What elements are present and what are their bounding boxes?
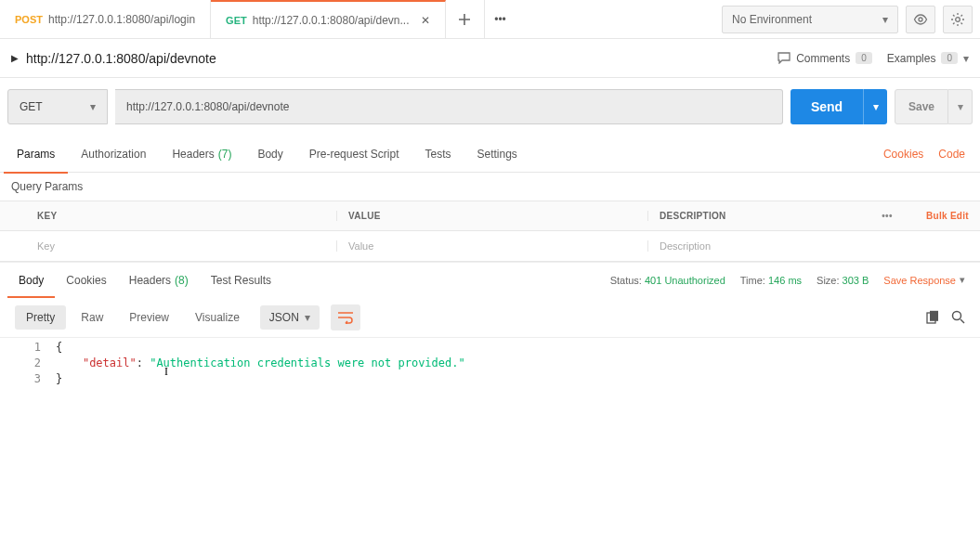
more-columns-button[interactable]: •••: [869, 211, 906, 221]
view-visualize[interactable]: Visualize: [184, 305, 251, 330]
code-link[interactable]: Code: [938, 148, 965, 161]
table-header: KEY VALUE DESCRIPTION ••• Bulk Edit: [0, 201, 980, 231]
request-bar: GET ▾ http://127.0.0.1:8080/api/devnote …: [0, 78, 980, 136]
save-button[interactable]: Save: [895, 89, 948, 124]
examples-count: 0: [941, 52, 958, 64]
tab-url: http://127.0.0.1:8080/api/login: [48, 13, 195, 26]
tab-authorization[interactable]: Authorization: [68, 136, 159, 173]
environment-selected: No Environment: [732, 13, 812, 26]
size-value: 303 B: [843, 275, 869, 286]
resp-tab-headers[interactable]: Headers (8): [118, 263, 200, 298]
environment-select[interactable]: No Environment ▾: [722, 6, 898, 33]
size-label: Size:: [817, 275, 839, 286]
viewer-controls: Pretty Raw Preview Visualize JSON ▾: [0, 297, 980, 338]
view-raw[interactable]: Raw: [70, 305, 114, 330]
save-caret-button[interactable]: ▾: [948, 89, 973, 124]
code-content[interactable]: { "detail": "Authentication credentials …: [56, 338, 465, 387]
examples-button[interactable]: Examples 0 ▾: [887, 52, 969, 65]
query-params-table: KEY VALUE DESCRIPTION ••• Bulk Edit Key …: [0, 201, 980, 262]
tab-params[interactable]: Params: [4, 136, 68, 173]
request-subtabs: Params Authorization Headers (7) Body Pr…: [0, 136, 980, 173]
method-select[interactable]: GET ▾: [7, 89, 108, 124]
chevron-down-icon: ▾: [960, 274, 965, 286]
gear-button[interactable]: [943, 6, 973, 33]
svg-rect-3: [930, 311, 938, 321]
url-input[interactable]: http://127.0.0.1:8080/api/devnote: [115, 89, 783, 124]
tab-headers[interactable]: Headers (7): [159, 136, 244, 173]
search-button[interactable]: [951, 310, 965, 324]
line-gutter: 123: [0, 338, 56, 387]
tab-tests[interactable]: Tests: [412, 136, 464, 173]
comments-count: 0: [856, 52, 872, 64]
headers-count: (7): [218, 148, 232, 161]
more-tabs-button[interactable]: •••: [485, 0, 516, 39]
cookies-link[interactable]: Cookies: [883, 148, 923, 161]
query-params-title: Query Params: [0, 173, 980, 201]
eye-button[interactable]: [906, 6, 935, 33]
resp-tab-body[interactable]: Body: [7, 263, 55, 298]
format-value: JSON: [269, 311, 299, 324]
time-label: Time:: [740, 275, 765, 286]
svg-point-4: [953, 312, 961, 320]
expand-icon[interactable]: ▶: [11, 53, 19, 63]
response-bar: Body Cookies Headers (8) Test Results St…: [0, 262, 980, 297]
view-preview[interactable]: Preview: [118, 305, 180, 330]
method-badge: POST: [15, 14, 43, 25]
text-cursor-icon: I: [164, 364, 168, 380]
tab-settings[interactable]: Settings: [464, 136, 530, 173]
status-value: 401 Unauthorized: [645, 275, 725, 286]
method-value: GET: [20, 100, 43, 113]
save-response-button[interactable]: Save Response ▾: [883, 274, 965, 286]
tabs-bar: POST http://127.0.0.1:8080/api/login GET…: [0, 0, 980, 39]
tab-url: http://127.0.0.1:8080/api/devn...: [253, 14, 410, 27]
send-caret-button[interactable]: ▾: [863, 89, 887, 124]
bulk-edit-link[interactable]: Bulk Edit: [926, 211, 969, 221]
description-input[interactable]: Description: [648, 240, 869, 252]
close-icon[interactable]: ✕: [421, 14, 430, 27]
method-badge: GET: [226, 15, 247, 26]
comments-button[interactable]: Comments 0: [777, 52, 872, 65]
chevron-down-icon: ▾: [963, 52, 969, 65]
status-label: Status:: [610, 275, 642, 286]
resp-headers-label: Headers: [129, 274, 171, 287]
copy-button[interactable]: [926, 310, 940, 324]
tab-body[interactable]: Body: [244, 136, 295, 173]
headers-label: Headers: [172, 148, 214, 161]
time-value: 146 ms: [768, 275, 802, 286]
key-input[interactable]: Key: [26, 240, 337, 252]
request-title: http://127.0.0.1:8080/api/devnote: [26, 51, 216, 66]
svg-point-0: [919, 18, 922, 21]
examples-label: Examples: [887, 52, 936, 65]
request-header: ▶ http://127.0.0.1:8080/api/devnote Comm…: [0, 39, 980, 78]
save-response-label: Save Response: [883, 275, 956, 286]
view-pretty[interactable]: Pretty: [15, 305, 66, 330]
svg-point-1: [956, 17, 960, 21]
chevron-down-icon: ▾: [882, 13, 888, 26]
chevron-down-icon: ▾: [305, 311, 310, 324]
header-description: DESCRIPTION: [648, 211, 869, 221]
send-button[interactable]: Send: [791, 89, 863, 124]
url-value: http://127.0.0.1:8080/api/devnote: [126, 100, 289, 113]
resp-headers-count: (8): [175, 274, 189, 287]
add-tab-button[interactable]: [446, 0, 485, 39]
table-row[interactable]: Key Value Description: [0, 231, 980, 261]
response-body[interactable]: 123 { "detail": "Authentication credenti…: [0, 338, 980, 387]
comments-label: Comments: [796, 52, 850, 65]
chevron-down-icon: ▾: [90, 100, 96, 113]
tab-devnote[interactable]: GET http://127.0.0.1:8080/api/devn... ✕: [211, 0, 445, 39]
wrap-lines-button[interactable]: [331, 304, 360, 330]
tab-login[interactable]: POST http://127.0.0.1:8080/api/login: [0, 0, 211, 39]
resp-tab-testresults[interactable]: Test Results: [200, 263, 282, 298]
format-select[interactable]: JSON ▾: [260, 305, 320, 330]
tab-prerequest[interactable]: Pre-request Script: [296, 136, 412, 173]
resp-tab-cookies[interactable]: Cookies: [55, 263, 117, 298]
value-input[interactable]: Value: [337, 240, 648, 252]
header-value: VALUE: [337, 211, 648, 221]
header-key: KEY: [26, 211, 337, 221]
